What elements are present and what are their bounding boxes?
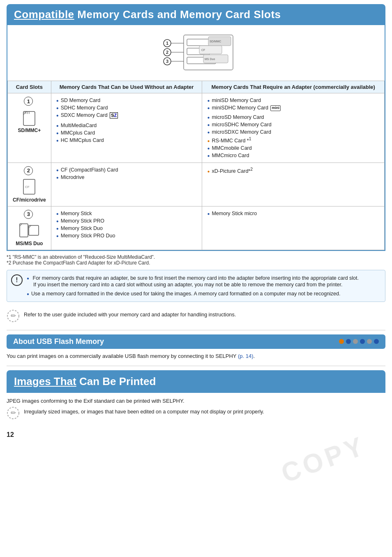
list-item: RS-MMC Card *1 [207, 136, 379, 144]
list-item: MultiMediaCard [56, 122, 197, 129]
slot-label-3: MS/MS Duo [13, 241, 46, 246]
pencil-icon-2: ✏ [7, 406, 20, 420]
dot-1 [339, 339, 344, 344]
slot-3-no-adapter: Memory Stick Memory Stick PRO Memory Sti… [51, 206, 202, 250]
images-header: Images That Can Be Printed [7, 370, 385, 393]
list-item: Microdrive [56, 174, 197, 181]
watermark: COPY [277, 430, 370, 489]
svg-marker-29 [29, 225, 31, 228]
images-title: Images That Can Be Printed [14, 375, 378, 388]
slot-cell-1: 1 SD/MMC+ [8, 93, 51, 163]
title-underline: Compatible [14, 8, 74, 21]
card-table-wrap: Card Slots Memory Cards That Can be Used… [7, 81, 385, 251]
list-item: SD Memory Card [56, 97, 197, 104]
slot-1-no-adapter: SD Memory Card SDHC Memory Card SDXC Mem… [51, 93, 202, 163]
list-item: SDXC Memory Card SZ [56, 111, 197, 119]
list-item: microSD Memory Card [207, 114, 379, 121]
usb-link[interactable]: (p. 14) [238, 353, 254, 359]
slot-1-with-adapter: miniSD Memory Card miniSDHC Memory Card … [202, 93, 385, 163]
list-item: MMCplus Card [56, 129, 197, 137]
warning-item-2: Use a memory card formatted in the devic… [27, 290, 379, 297]
svg-text:1: 1 [166, 41, 168, 46]
list-item: Memory Stick [56, 210, 197, 217]
note-text: Refer to the user guide included with yo… [24, 309, 236, 318]
slot-cell-3: 3 MS/MS Duo [8, 206, 51, 250]
svg-text:CF: CF [25, 185, 30, 189]
svg-rect-28 [29, 225, 39, 235]
slot-diagram: SD/MMC CF MS Duo 1 2 3 [138, 31, 254, 76]
images-body: JPEG images conforming to the Exif stand… [7, 393, 385, 425]
usb-body: You can print images on a commercially a… [7, 349, 385, 362]
list-item: Memory Stick Duo [56, 225, 197, 232]
col-card-slots: Card Slots [8, 81, 51, 93]
slot-2-with-adapter: xD-Picture Card*2 [202, 162, 385, 206]
svg-text:SD/MMC: SD/MMC [210, 40, 221, 43]
list-item: Memory Stick micro [207, 210, 379, 217]
slot-cell-2: 2 CF CF/microdrive [8, 162, 51, 206]
dot-2 [346, 339, 351, 344]
slot-num-3: 3 [24, 210, 33, 219]
slot-label-1: SD/MMC+ [13, 128, 46, 133]
list-item: MMCmicro Card [207, 152, 379, 159]
sdxc-logo: SZ [110, 112, 118, 118]
footnote-2: *2 Purchase the CompactFlash Card Adapte… [7, 260, 385, 266]
divider [7, 330, 385, 330]
slot-num-1: 1 [24, 97, 33, 106]
list-item: Memory Stick PRO [56, 217, 197, 225]
images-note-text: Irregularly sized images, or images that… [24, 406, 264, 415]
images-body-text: JPEG images conforming to the Exif stand… [7, 398, 385, 404]
col-no-adapter: Memory Cards That Can be Used Without an… [51, 81, 202, 93]
images-section: Images That Can Be Printed JPEG images c… [7, 370, 385, 425]
usb-title: About USB Flash Memory [13, 337, 104, 346]
footnote-1: *1 "RS-MMC" is an abbreviation of "Reduc… [7, 254, 385, 260]
svg-text:✏: ✏ [11, 409, 16, 416]
warning-icon: ! [11, 274, 23, 286]
warning-item-1: For memory cards that require an adapter… [27, 274, 379, 290]
sd-card-icon [22, 108, 37, 126]
list-item: CF (CompactFlash) Card [56, 166, 197, 174]
svg-marker-20 [23, 111, 27, 115]
svg-rect-26 [20, 224, 28, 237]
slot-2-no-adapter: CF (CompactFlash) Card Microdrive [51, 162, 202, 206]
page-number: 12 [7, 431, 385, 439]
usb-dots [339, 339, 379, 344]
page-header: Compatible Memory Cards and Memory Card … [7, 4, 385, 25]
col-with-adapter: Memory Cards That Require an Adapter (co… [202, 81, 385, 93]
dot-4 [360, 339, 365, 344]
list-item: microSDHC Memory Card [207, 121, 379, 128]
list-item: miniSDHC Memory Card mini [207, 104, 379, 112]
dot-5 [367, 339, 372, 344]
usb-header: About USB Flash Memory [7, 334, 385, 349]
list-item: MMCmobile Card [207, 144, 379, 152]
list-item: Memory Stick PRO Duo [56, 232, 197, 239]
note-box: ✏ Refer to the user guide included with … [7, 306, 385, 326]
card-table: Card Slots Memory Cards That Can be Used… [7, 81, 385, 250]
table-row: 1 SD/MMC+ SD Memory Card SDH [8, 93, 385, 163]
svg-text:✏: ✏ [11, 312, 16, 319]
footnotes: *1 "RS-MMC" is an abbreviation of "Reduc… [7, 254, 385, 266]
table-row: 2 CF CF/microdrive CF (CompactFlash) Car… [8, 162, 385, 206]
diagram-area: SD/MMC CF MS Duo 1 2 3 [7, 25, 385, 81]
dot-6 [374, 339, 379, 344]
table-row: 3 MS/MS Duo Memory Stick Memory Stick PR… [8, 206, 385, 250]
divider-2 [7, 366, 385, 366]
list-item: xD-Picture Card*2 [207, 166, 379, 175]
list-item: microSDXC Memory Card [207, 128, 379, 136]
svg-marker-27 [20, 224, 22, 226]
slot-label-2: CF/microdrive [13, 197, 46, 203]
images-note: ✏ Irregularly sized images, or images th… [7, 404, 385, 422]
svg-text:MS Duo: MS Duo [205, 58, 215, 60]
svg-text:2: 2 [166, 50, 168, 55]
dot-3 [353, 339, 358, 344]
slot-3-with-adapter: Memory Stick micro [202, 206, 385, 250]
page-title: Compatible Memory Cards and Memory Card … [14, 8, 378, 21]
svg-text:3: 3 [166, 59, 168, 64]
pencil-icon: ✏ [7, 309, 20, 323]
list-item: HC MMCplus Card [56, 137, 197, 144]
warning-box: ! For memory cards that require an adapt… [7, 270, 385, 302]
cf-card-icon: CF [22, 178, 37, 196]
list-item: miniSD Memory Card [207, 97, 379, 104]
svg-text:CF: CF [201, 49, 205, 51]
slot-num-2: 2 [24, 166, 33, 175]
ms-card-icon [19, 221, 39, 239]
